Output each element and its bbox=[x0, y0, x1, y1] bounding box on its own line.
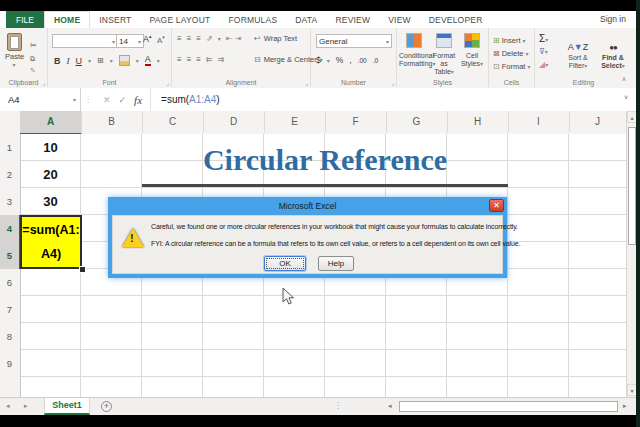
column-header-b[interactable]: B bbox=[81, 111, 143, 133]
sheet-nav-left-icon[interactable]: ◂ bbox=[6, 402, 10, 410]
align-right-button[interactable]: ≡ bbox=[196, 55, 201, 64]
insert-cells-button[interactable]: ⊞Insert▾ bbox=[493, 35, 525, 45]
clear-button[interactable]: ◢▾ bbox=[539, 60, 548, 69]
dialog-launcher-icon[interactable]: ⌟ bbox=[166, 79, 169, 86]
cell-a2[interactable]: 20 bbox=[20, 161, 81, 188]
underline-button[interactable]: U bbox=[76, 56, 83, 66]
insert-icon: ⊞ bbox=[493, 36, 500, 45]
shrink-font-button[interactable]: A▾ bbox=[157, 34, 165, 45]
tab-view[interactable]: VIEW bbox=[379, 11, 420, 28]
column-header-f[interactable]: F bbox=[325, 111, 387, 133]
decrease-indent-button[interactable]: ⇇ bbox=[206, 55, 213, 64]
row-header-2[interactable]: 2 bbox=[0, 161, 19, 188]
bold-button[interactable]: B bbox=[54, 56, 61, 66]
font-name-combo[interactable]: ▾ bbox=[52, 34, 118, 48]
wrap-text-button[interactable]: ↩ Wrap Text bbox=[254, 34, 297, 43]
format-as-table-button[interactable]: Format asTable▾ bbox=[429, 33, 459, 76]
cell-a4-selected[interactable]: =sum(A1:A4) bbox=[20, 215, 82, 269]
column-header-e[interactable]: E bbox=[264, 111, 326, 133]
increase-indent-button[interactable]: ⇉ bbox=[218, 55, 225, 64]
comma-style-button[interactable]: , bbox=[349, 55, 351, 65]
cell-a3[interactable]: 30 bbox=[20, 188, 81, 215]
fill-color-button[interactable] bbox=[119, 55, 130, 66]
hscroll-right-icon[interactable]: ▸ bbox=[623, 402, 627, 410]
column-header-h[interactable]: H bbox=[447, 111, 509, 133]
dialog-launcher-icon[interactable]: ⌟ bbox=[42, 79, 45, 86]
paste-dropdown-icon[interactable]: ▾ bbox=[5, 61, 23, 68]
tab-developer[interactable]: DEVELOPER bbox=[420, 11, 492, 28]
name-box[interactable]: A4▾ bbox=[0, 88, 81, 111]
delete-cells-button[interactable]: ⊠Delete▾ bbox=[493, 48, 528, 58]
grow-font-button[interactable]: A▴ bbox=[143, 33, 152, 44]
tab-review[interactable]: REVIEW bbox=[326, 11, 379, 28]
sort-filter-button[interactable]: A▼Z Sort &Filter▾ bbox=[561, 36, 595, 70]
sheet-tab-sheet1[interactable]: Sheet1 bbox=[44, 398, 90, 415]
middle-align-button[interactable]: ≡ bbox=[187, 34, 192, 43]
indent-buttons[interactable]: ⇤ ⇥ bbox=[226, 34, 242, 43]
tab-data[interactable]: DATA bbox=[286, 11, 326, 28]
column-header-c[interactable]: C bbox=[142, 111, 204, 133]
fill-button[interactable]: ⊽▾ bbox=[539, 47, 548, 56]
column-header-a[interactable]: A bbox=[20, 111, 82, 135]
row-header-7[interactable]: 7 bbox=[0, 296, 19, 323]
cell-styles-button[interactable]: CellStyles▾ bbox=[459, 33, 485, 68]
ok-button[interactable]: OK bbox=[264, 256, 306, 271]
font-size-combo[interactable]: 14▾ bbox=[116, 34, 144, 48]
splitter-dots[interactable]: ⋮ bbox=[334, 401, 342, 410]
font-color-button[interactable]: A bbox=[145, 55, 151, 66]
fill-handle[interactable] bbox=[79, 266, 86, 273]
select-all-corner[interactable] bbox=[0, 111, 21, 133]
tab-page-layout[interactable]: PAGE LAYOUT bbox=[140, 11, 219, 28]
sign-in-link[interactable]: Sign in bbox=[600, 14, 626, 24]
orientation-button[interactable]: ⇗ bbox=[206, 34, 213, 43]
dialog-launcher-icon[interactable]: ⌟ bbox=[305, 79, 308, 86]
row-header-3[interactable]: 3 bbox=[0, 188, 19, 215]
enter-icon[interactable]: ✓ bbox=[119, 95, 127, 105]
accounting-format-button[interactable]: $ bbox=[316, 55, 321, 65]
tab-formulas[interactable]: FORMULAS bbox=[219, 11, 286, 28]
tab-insert[interactable]: INSERT bbox=[90, 11, 140, 28]
row-header-6[interactable]: 6 bbox=[0, 269, 19, 296]
row-header-8[interactable]: 8 bbox=[0, 323, 19, 350]
row-header-1[interactable]: 1 bbox=[0, 134, 19, 161]
tab-home[interactable]: HOME bbox=[44, 11, 90, 28]
help-button[interactable]: Help bbox=[318, 256, 354, 271]
sheet-nav-right-icon[interactable]: ▸ bbox=[24, 402, 28, 410]
dialog-launcher-icon[interactable]: ⌟ bbox=[391, 79, 394, 86]
column-header-j[interactable]: J bbox=[569, 111, 627, 133]
vertical-scroll-thumb[interactable] bbox=[628, 127, 636, 245]
align-center-button[interactable]: ≡ bbox=[187, 55, 192, 64]
borders-button[interactable]: ⊞ bbox=[97, 56, 104, 65]
new-sheet-icon[interactable]: + bbox=[101, 401, 112, 412]
expand-formula-bar-icon[interactable]: ˅ bbox=[624, 94, 628, 101]
row-header-5[interactable]: 5 bbox=[0, 242, 21, 269]
bottom-align-button[interactable]: ≡ bbox=[196, 34, 201, 43]
format-painter-button[interactable]: ✎ bbox=[30, 59, 36, 77]
cancel-icon[interactable]: ✕ bbox=[103, 95, 111, 105]
close-icon[interactable]: ✕ bbox=[489, 199, 504, 212]
collapse-ribbon-icon[interactable]: ˄ bbox=[622, 76, 626, 83]
row-header-9[interactable]: 9 bbox=[0, 350, 19, 377]
paste-button[interactable]: Paste ▾ bbox=[5, 33, 23, 68]
insert-function-icon[interactable]: fx bbox=[134, 94, 142, 106]
increase-decimal-button[interactable]: .00 bbox=[358, 57, 367, 64]
tab-file[interactable]: FILE bbox=[6, 11, 44, 28]
column-header-g[interactable]: G bbox=[386, 111, 448, 133]
top-align-button[interactable]: ≡ bbox=[177, 34, 182, 43]
autosum-button[interactable]: Σ▾ bbox=[539, 33, 548, 44]
column-header-d[interactable]: D bbox=[203, 111, 265, 133]
column-header-i[interactable]: I bbox=[508, 111, 570, 133]
italic-button[interactable]: I bbox=[67, 56, 70, 66]
number-format-combo[interactable]: General▾ bbox=[316, 34, 392, 48]
decrease-decimal-button[interactable]: .0 bbox=[373, 57, 378, 64]
horizontal-scroll-thumb[interactable] bbox=[399, 401, 618, 412]
find-select-button[interactable]: ●● Find &Select▾ bbox=[597, 36, 629, 70]
conditional-formatting-button[interactable]: ConditionalFormatting▾ bbox=[399, 33, 429, 68]
cell-a1[interactable]: 10 bbox=[20, 134, 81, 161]
formula-text[interactable]: =sum(A1:A4) bbox=[151, 94, 220, 105]
align-left-button[interactable]: ≡ bbox=[177, 55, 182, 64]
percent-style-button[interactable]: % bbox=[336, 55, 344, 65]
format-cells-button[interactable]: ⊡Format▾ bbox=[493, 61, 530, 71]
hscroll-left-icon[interactable]: ◂ bbox=[388, 402, 392, 410]
row-header-4[interactable]: 4 bbox=[0, 215, 21, 242]
